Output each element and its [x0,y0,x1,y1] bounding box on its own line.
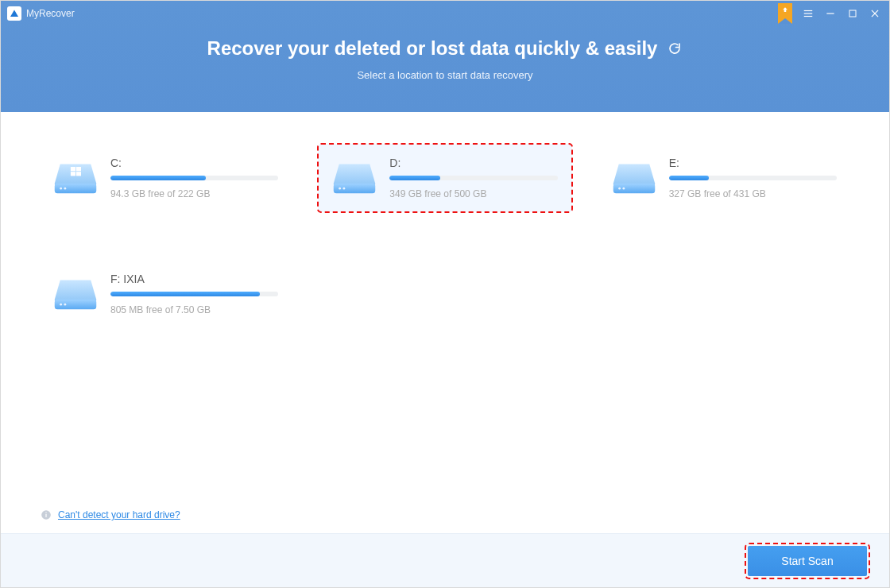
drive-grid: C: 94.3 GB free of 222 GB D: 349 GB f [39,144,851,328]
app-name: MyRecover [26,8,75,19]
drive-label: F: IXIA [110,273,278,285]
svg-point-16 [339,188,342,190]
drive-tile[interactable]: C: 94.3 GB free of 222 GB [39,144,292,212]
maximize-button[interactable] [842,4,864,23]
drive-info: D: 349 GB free of 500 GB [389,157,557,199]
drive-label: D: [389,157,557,169]
usage-bar-used [110,176,206,180]
svg-point-19 [618,188,621,190]
help-row: Can't detect your hard drive? [41,509,180,520]
hero-title: Recover your deleted or lost data quickl… [207,37,658,60]
close-button[interactable] [864,4,886,23]
drive-tile[interactable]: F: IXIA 805 MB free of 7.50 GB [39,260,292,328]
svg-rect-13 [71,172,75,176]
drive-meta: 349 GB free of 500 GB [389,188,557,199]
drive-icon [53,161,98,195]
usage-bar [110,176,278,180]
svg-rect-12 [76,167,81,171]
drive-info: F: IXIA 805 MB free of 7.50 GB [110,273,278,315]
drive-icon [612,161,656,195]
titlebar: MyRecover [1,1,889,26]
upgrade-bookmark-icon[interactable] [778,3,792,24]
svg-point-10 [64,188,66,190]
usage-bar [669,176,837,180]
svg-rect-25 [45,514,46,517]
svg-point-9 [60,188,62,190]
svg-rect-1 [804,10,813,11]
drive-info: C: 94.3 GB free of 222 GB [110,157,278,199]
drive-meta: 805 MB free of 7.50 GB [110,304,278,315]
cant-detect-link[interactable]: Can't detect your hard drive? [58,509,180,520]
svg-point-23 [64,304,66,306]
drive-info: E: 327 GB free of 431 GB [669,157,837,199]
svg-point-22 [60,304,62,306]
svg-rect-11 [71,167,75,171]
svg-point-17 [343,188,346,190]
info-icon [41,509,52,520]
refresh-button[interactable] [667,41,683,56]
drive-meta: 94.3 GB free of 222 GB [110,188,278,199]
usage-bar-used [110,292,260,296]
drive-icon [53,277,98,311]
drive-meta: 327 GB free of 431 GB [669,188,837,199]
usage-bar-used [389,176,439,180]
body: C: 94.3 GB free of 222 GB D: 349 GB f [1,112,889,533]
svg-rect-4 [826,13,834,14]
app-logo-icon [7,6,21,21]
hero: Recover your deleted or lost data quickl… [1,37,889,81]
svg-rect-2 [804,13,813,14]
svg-rect-5 [849,10,856,17]
usage-bar-used [669,176,710,180]
drive-tile[interactable]: D: 349 GB free of 500 GB [318,144,571,212]
drive-label: C: [110,157,278,169]
minimize-button[interactable] [819,4,842,23]
drive-label: E: [669,157,837,169]
menu-button[interactable] [797,4,819,23]
drive-icon [332,161,377,195]
start-scan-button[interactable]: Start Scan [748,546,867,576]
svg-rect-14 [76,172,81,176]
svg-rect-3 [804,16,813,17]
svg-rect-26 [45,513,46,513]
svg-point-20 [622,188,625,190]
header: MyRecover Recover your deleted or lost d… [1,1,889,112]
usage-bar [389,176,557,180]
usage-bar [110,292,278,296]
drive-tile[interactable]: E: 327 GB free of 431 GB [598,144,851,212]
footer: Start Scan [1,533,889,587]
svg-marker-0 [10,10,18,17]
hero-subtitle: Select a location to start data recovery [1,69,889,81]
